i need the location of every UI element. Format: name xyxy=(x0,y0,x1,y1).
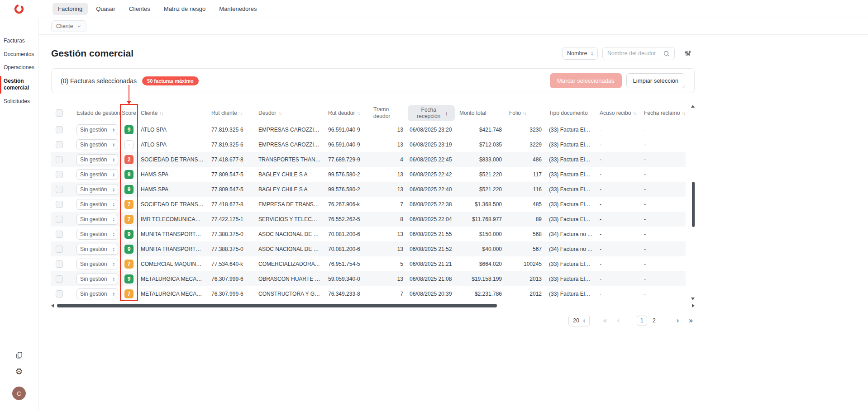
row-checkbox[interactable] xyxy=(56,290,63,298)
estado-gestion-select[interactable]: Sin gestión▴▾ xyxy=(76,139,118,150)
cell-cliente: SOCIEDAD DE TRANSPORTE... xyxy=(137,197,208,212)
sort-icon: ↑↓ xyxy=(523,111,526,116)
horizontal-scroll-thumb[interactable] xyxy=(57,304,497,307)
page-size-select[interactable]: 20 ▴▾ xyxy=(568,315,589,326)
cell-folio: 485 xyxy=(506,197,545,212)
row-checkbox[interactable] xyxy=(56,141,63,148)
tab-quasar[interactable]: Quasar xyxy=(91,3,121,15)
sorted-column-chip[interactable]: Fecha recepción↓ xyxy=(408,105,455,121)
cell-tipo: (33) Factura Ele... xyxy=(545,182,596,197)
horizontal-scrollbar[interactable] xyxy=(51,304,695,307)
cell-reclamo: - xyxy=(640,271,686,286)
scroll-right-arrow-icon[interactable] xyxy=(692,304,695,307)
column-header-deudor[interactable]: Deudor↑↓ xyxy=(255,104,324,122)
row-checkbox[interactable] xyxy=(56,275,63,283)
row-checkbox[interactable] xyxy=(56,171,63,178)
cell-folio: 567 xyxy=(506,241,545,256)
table-header-row: Estado de gestiónScoreCliente↑↓Rut clien… xyxy=(51,104,686,122)
scroll-left-arrow-icon[interactable] xyxy=(51,304,54,307)
settings-gear-icon[interactable]: ⚙ xyxy=(14,367,24,376)
column-header-score: Score xyxy=(121,104,137,122)
estado-gestion-select[interactable]: Sin gestión▴▾ xyxy=(76,199,118,210)
cell-acuso: - xyxy=(596,197,640,212)
deudor-search-box[interactable] xyxy=(602,47,675,60)
row-checkbox[interactable] xyxy=(56,246,63,253)
cell-folio: 3229 xyxy=(506,137,545,152)
score-badge: - xyxy=(124,140,134,149)
mark-selected-button[interactable]: Marcar seleccionadas xyxy=(550,73,621,88)
cell-folio: 3230 xyxy=(506,122,545,137)
estado-gestion-select[interactable]: Sin gestión▴▾ xyxy=(76,288,118,299)
scroll-up-arrow-icon[interactable] xyxy=(691,105,695,108)
estado-gestion-select[interactable]: Sin gestión▴▾ xyxy=(76,244,118,255)
vertical-scrollbar[interactable] xyxy=(691,104,695,301)
tab-matriz-de-riesgo[interactable]: Matriz de riesgo xyxy=(158,3,211,15)
estado-gestion-select[interactable]: Sin gestión▴▾ xyxy=(76,229,118,240)
estado-gestion-select[interactable]: Sin gestión▴▾ xyxy=(76,169,118,180)
score-badge: 9 xyxy=(124,170,134,179)
cell-score: 9 xyxy=(121,241,137,256)
sidebar-item-facturas[interactable]: Facturas xyxy=(0,34,38,48)
row-checkbox[interactable] xyxy=(56,231,63,238)
column-header-acuso[interactable]: Acuso recibo↑↓ xyxy=(596,104,640,122)
vertical-scroll-thumb[interactable] xyxy=(692,182,695,227)
cell-estado: Sin gestión▴▾ xyxy=(73,152,121,167)
search-input[interactable] xyxy=(607,50,661,57)
table-row: Sin gestión▴▾9ATLO SPA77.819.325-6EMPRES… xyxy=(51,122,686,137)
column-header-folio[interactable]: Folio↑↓ xyxy=(506,104,545,122)
name-sort-select[interactable]: Nombre ▴▾ xyxy=(562,47,598,60)
cell-fecha: 06/08/2025 21:21 xyxy=(407,256,456,271)
cell-fecha: 06/08/2025 23:19 xyxy=(407,137,456,152)
row-checkbox[interactable] xyxy=(56,260,63,268)
estado-gestion-select[interactable]: Sin gestión▴▾ xyxy=(76,274,118,284)
page-button-2[interactable]: 2 xyxy=(649,316,659,326)
estado-gestion-select[interactable]: Sin gestión▴▾ xyxy=(76,259,118,269)
scroll-down-arrow-icon[interactable] xyxy=(691,298,695,300)
column-header-rut_deudor[interactable]: Rut deudor↑↓ xyxy=(324,104,370,122)
first-page-button[interactable]: « xyxy=(601,316,609,325)
estado-gestion-select[interactable]: Sin gestión▴▾ xyxy=(76,214,118,225)
next-page-button[interactable]: › xyxy=(675,316,681,325)
cell-cliente: SOCIEDAD DE TRANSPORTE... xyxy=(137,152,208,167)
last-page-button[interactable]: » xyxy=(687,316,695,325)
select-all-checkbox[interactable] xyxy=(56,109,63,117)
row-checkbox[interactable] xyxy=(56,216,63,223)
column-header-fecha[interactable]: Fecha recepción↓ xyxy=(407,104,456,122)
tab-clientes[interactable]: Clientes xyxy=(124,3,156,15)
column-header-tipo: Tipo documento xyxy=(545,104,596,122)
cell-reclamo: - xyxy=(640,227,686,241)
select-spinner-icon: ▴▾ xyxy=(583,318,585,323)
column-header-rut_cliente[interactable]: Rut cliente↑↓ xyxy=(208,104,255,122)
cell-cliente: COMERCIAL MAQUINET LTDA xyxy=(137,256,208,271)
column-header-cliente[interactable]: Cliente↑↓ xyxy=(137,104,208,122)
page-button-1[interactable]: 1 xyxy=(637,316,647,326)
row-checkbox[interactable] xyxy=(56,201,63,208)
cell-reclamo: - xyxy=(640,167,686,182)
tab-factoring[interactable]: Factoring xyxy=(52,3,88,15)
user-avatar[interactable]: C xyxy=(12,387,26,400)
sort-icon: ↑↓ xyxy=(357,111,360,116)
sort-icon: ↑↓ xyxy=(682,111,685,116)
row-checkbox[interactable] xyxy=(56,156,63,163)
tab-mantenedores[interactable]: Mantenedores xyxy=(214,3,262,15)
estado-gestion-select[interactable]: Sin gestión▴▾ xyxy=(76,184,118,195)
row-checkbox[interactable] xyxy=(56,126,63,133)
clear-selection-button[interactable]: Limpiar selección xyxy=(626,73,685,88)
estado-gestion-select[interactable]: Sin gestión▴▾ xyxy=(76,124,118,135)
cell-folio: 100245 xyxy=(506,256,545,271)
filter-settings-button[interactable] xyxy=(681,47,695,60)
sidebar-item-solicitudes[interactable]: Solicitudes xyxy=(0,95,38,109)
prev-page-button[interactable]: ‹ xyxy=(615,316,621,325)
sidebar-item-gestion-comercial[interactable]: Gestión comercial xyxy=(0,75,38,95)
documents-icon[interactable] xyxy=(14,350,24,359)
sidebar-item-operaciones[interactable]: Operaciones xyxy=(0,61,38,75)
sidebar-item-documentos[interactable]: Documentos xyxy=(0,48,38,61)
cell-rut_cliente: 77.418.677-8 xyxy=(208,152,255,167)
estado-gestion-select[interactable]: Sin gestión▴▾ xyxy=(76,154,118,165)
cliente-filter-chip[interactable]: Cliente xyxy=(51,20,86,32)
cell-deudor: ASOC NACIONAL DE FUTBO... xyxy=(255,227,324,241)
column-header-reclamo[interactable]: Fecha reclamo↑↓ xyxy=(640,104,686,122)
app-logo xyxy=(14,4,24,14)
estado-value: Sin gestión xyxy=(80,142,107,148)
row-checkbox[interactable] xyxy=(56,186,63,193)
